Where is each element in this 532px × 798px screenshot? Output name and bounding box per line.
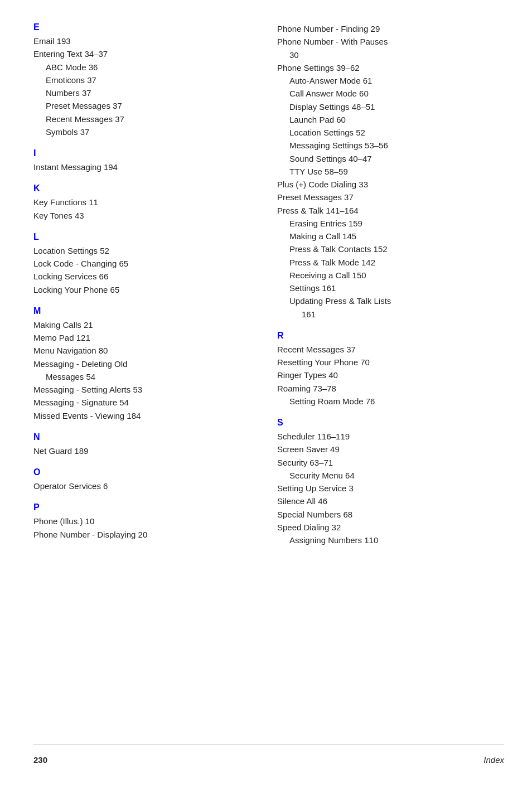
section-letter: M bbox=[33, 306, 260, 316]
index-entry: Screen Saver 49 bbox=[277, 443, 504, 456]
section-letter: N bbox=[33, 432, 260, 442]
index-entry: Memo Pad 121 bbox=[33, 331, 260, 344]
index-entry: Recent Messages 37 bbox=[277, 343, 504, 356]
index-entry: Lock Code - Changing 65 bbox=[33, 257, 260, 270]
index-entry: Phone Number - Finding 29 bbox=[277, 22, 504, 35]
section-letter: I bbox=[33, 148, 260, 158]
index-entry: Setting Roam Mode 76 bbox=[277, 395, 504, 408]
index-entry: Silence All 46 bbox=[277, 495, 504, 507]
page-number: 230 bbox=[33, 755, 47, 765]
index-entry: Messaging - Signature 54 bbox=[33, 396, 260, 409]
section-letter: R bbox=[277, 331, 504, 341]
index-entry: Setting Up Service 3 bbox=[277, 482, 504, 495]
index-entry: TTY Use 58–59 bbox=[277, 165, 504, 178]
index-entry: Launch Pad 60 bbox=[277, 113, 504, 126]
index-entry: Updating Press & Talk Lists bbox=[277, 294, 504, 307]
index-entry: Roaming 73–78 bbox=[277, 382, 504, 395]
index-entry: Location Settings 52 bbox=[33, 244, 260, 257]
index-entry: 161 bbox=[277, 308, 504, 321]
index-entry: Assigning Numbers 110 bbox=[277, 534, 504, 546]
section-label: Index bbox=[483, 755, 504, 765]
index-entry: Sound Settings 40–47 bbox=[277, 152, 504, 165]
index-entry: Operator Services 6 bbox=[33, 480, 260, 492]
index-entry: Missed Events - Viewing 184 bbox=[33, 409, 260, 422]
index-entry: Net Guard 189 bbox=[33, 444, 260, 457]
page: EEmail 193Entering Text 34–37ABC Mode 36… bbox=[0, 0, 532, 798]
index-section: IInstant Messaging 194 bbox=[33, 148, 260, 173]
index-entry: Making a Call 145 bbox=[277, 230, 504, 243]
section-letter: S bbox=[277, 418, 504, 428]
index-entry: Key Tones 43 bbox=[33, 209, 260, 222]
index-entry: Scheduler 116–119 bbox=[277, 430, 504, 443]
index-entry: Instant Messaging 194 bbox=[33, 161, 260, 173]
index-entry: Email 193 bbox=[33, 35, 260, 47]
index-entry: Speed Dialing 32 bbox=[277, 521, 504, 534]
index-entry: Press & Talk Contacts 152 bbox=[277, 243, 504, 255]
index-entry: Symbols 37 bbox=[33, 125, 260, 138]
index-entry: Phone Number - Displaying 20 bbox=[33, 528, 260, 541]
index-entry: Preset Messages 37 bbox=[277, 191, 504, 204]
left-column: EEmail 193Entering Text 34–37ABC Mode 36… bbox=[33, 22, 277, 744]
index-entry: Press & Talk 141–164 bbox=[277, 204, 504, 217]
index-entry: Phone Settings 39–62 bbox=[277, 61, 504, 74]
index-entry: Auto-Answer Mode 61 bbox=[277, 74, 504, 87]
index-entry: Recent Messages 37 bbox=[33, 113, 260, 125]
section-letter: L bbox=[33, 232, 260, 242]
index-entry: Phone (Illus.) 10 bbox=[33, 515, 260, 528]
index-entry: Security Menu 64 bbox=[277, 469, 504, 482]
index-section: RRecent Messages 37Resetting Your Phone … bbox=[277, 331, 504, 408]
index-section: LLocation Settings 52Lock Code - Changin… bbox=[33, 232, 260, 296]
index-entry: Special Numbers 68 bbox=[277, 508, 504, 521]
index-entry: Emoticons 37 bbox=[33, 74, 260, 86]
index-section: MMaking Calls 21Memo Pad 121Menu Navigat… bbox=[33, 306, 260, 422]
index-entry: Locking Services 66 bbox=[33, 270, 260, 283]
index-entry: Settings 161 bbox=[277, 282, 504, 294]
index-entry: Ringer Types 40 bbox=[277, 369, 504, 381]
index-entry: Messaging Settings 53–56 bbox=[277, 139, 504, 152]
index-entry: Menu Navigation 80 bbox=[33, 344, 260, 357]
index-entry: Messaging - Setting Alerts 53 bbox=[33, 383, 260, 396]
index-entry: 30 bbox=[277, 49, 504, 61]
index-entry: Key Functions 11 bbox=[33, 196, 260, 209]
index-entry: Messages 54 bbox=[33, 370, 260, 383]
index-entry: Numbers 37 bbox=[33, 86, 260, 99]
index-section: EEmail 193Entering Text 34–37ABC Mode 36… bbox=[33, 22, 260, 138]
index-entry: Security 63–71 bbox=[277, 456, 504, 469]
index-entry: Phone Number - With Pauses bbox=[277, 35, 504, 48]
index-section: KKey Functions 11Key Tones 43 bbox=[33, 183, 260, 222]
index-entry: Location Settings 52 bbox=[277, 126, 504, 139]
index-section: NNet Guard 189 bbox=[33, 432, 260, 457]
index-section: Phone Number - Finding 29Phone Number - … bbox=[277, 22, 504, 321]
section-letter: P bbox=[33, 502, 260, 512]
index-section: SScheduler 116–119Screen Saver 49Securit… bbox=[277, 418, 504, 546]
page-footer: 230 Index bbox=[33, 744, 504, 765]
index-entry: Resetting Your Phone 70 bbox=[277, 356, 504, 369]
section-letter: O bbox=[33, 467, 260, 477]
index-entry: Erasing Entries 159 bbox=[277, 217, 504, 230]
index-entry: Display Settings 48–51 bbox=[277, 100, 504, 113]
index-entry: Preset Messages 37 bbox=[33, 99, 260, 112]
index-entry: Messaging - Deleting Old bbox=[33, 357, 260, 370]
index-entry: ABC Mode 36 bbox=[33, 61, 260, 74]
section-letter: K bbox=[33, 183, 260, 194]
index-entry: Call Answer Mode 60 bbox=[277, 87, 504, 100]
index-entry: Plus (+) Code Dialing 33 bbox=[277, 178, 504, 191]
content-columns: EEmail 193Entering Text 34–37ABC Mode 36… bbox=[33, 22, 504, 744]
index-section: OOperator Services 6 bbox=[33, 467, 260, 492]
index-entry: Entering Text 34–37 bbox=[33, 47, 260, 60]
section-letter: E bbox=[33, 22, 260, 32]
index-entry: Locking Your Phone 65 bbox=[33, 283, 260, 296]
index-entry: Making Calls 21 bbox=[33, 318, 260, 331]
right-column: Phone Number - Finding 29Phone Number - … bbox=[277, 22, 504, 744]
index-section: PPhone (Illus.) 10Phone Number - Display… bbox=[33, 502, 260, 541]
index-entry: Press & Talk Mode 142 bbox=[277, 256, 504, 269]
index-entry: Receiving a Call 150 bbox=[277, 269, 504, 282]
